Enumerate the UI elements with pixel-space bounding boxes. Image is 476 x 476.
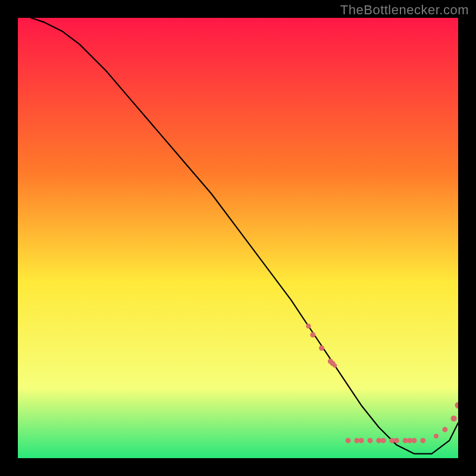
data-marker: [420, 438, 425, 443]
data-marker: [451, 415, 457, 421]
data-marker: [346, 438, 351, 443]
data-marker: [455, 402, 459, 409]
data-marker: [368, 438, 373, 443]
data-markers: [18, 18, 458, 458]
data-marker: [319, 346, 324, 351]
plot-area: [18, 18, 458, 458]
data-marker: [394, 438, 399, 443]
data-marker: [310, 332, 315, 337]
data-marker: [412, 438, 417, 443]
data-marker: [434, 434, 439, 439]
data-marker: [306, 324, 311, 328]
data-marker: [442, 427, 447, 432]
data-marker: [333, 364, 337, 368]
chart-stage: TheBottlenecker.com: [0, 0, 476, 476]
data-marker: [359, 438, 364, 443]
data-marker: [381, 438, 386, 443]
attribution-label: TheBottlenecker.com: [340, 2, 469, 18]
